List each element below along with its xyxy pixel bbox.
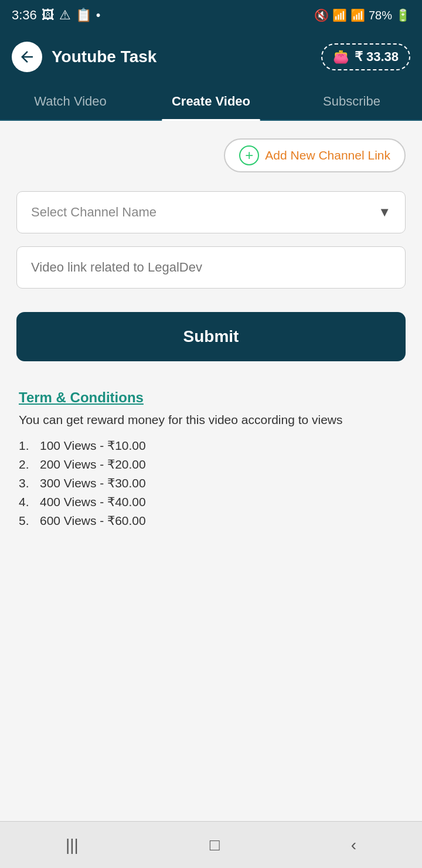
terms-description: You can get reward money for this video … (19, 413, 403, 427)
list-item: 4.400 Views - ₹40.00 (19, 495, 403, 509)
nav-menu-button[interactable]: ||| (48, 830, 96, 860)
list-item: 1.100 Views - ₹10.00 (19, 439, 403, 453)
terms-title: Term & Conditions (19, 389, 403, 406)
status-left: 3:36 🖼 ⚠ 📋 • (12, 8, 101, 23)
bottom-nav: ||| □ ‹ (0, 821, 422, 868)
submit-button[interactable]: Submit (16, 312, 406, 361)
list-item: 5.600 Views - ₹60.00 (19, 514, 403, 528)
battery-text: 78% (369, 9, 392, 22)
wallet-badge[interactable]: 👛 ₹ 33.38 (321, 43, 410, 70)
wallet-amount: ₹ 33.38 (355, 49, 399, 65)
tab-watch-video[interactable]: Watch Video (0, 83, 141, 120)
tab-create-video[interactable]: Create Video (141, 83, 281, 120)
tab-subscribe[interactable]: Subscribe (281, 83, 422, 120)
mute-icon: 🔇 (314, 8, 329, 22)
tab-bar: Watch Video Create Video Subscribe (0, 83, 422, 121)
status-bar: 3:36 🖼 ⚠ 📋 • 🔇 📶 📶 78% 🔋 (0, 0, 422, 30)
back-button[interactable] (12, 42, 42, 72)
add-channel-button[interactable]: + Add New Channel Link (224, 138, 406, 172)
list-item: 2.200 Views - ₹20.00 (19, 457, 403, 472)
video-link-input[interactable] (16, 246, 406, 289)
status-right: 🔇 📶 📶 78% 🔋 (314, 8, 410, 22)
wallet-icon: 👛 (333, 49, 349, 65)
list-item: 3.300 Views - ₹30.00 (19, 476, 403, 490)
channel-name-select[interactable]: Select Channel Name ▼ (16, 191, 406, 233)
header: Youtube Task 👛 ₹ 33.38 (0, 30, 422, 83)
page-title: Youtube Task (52, 48, 156, 66)
add-channel-row: + Add New Channel Link (16, 138, 406, 172)
image-icon: 🖼 (42, 8, 55, 23)
plus-circle-icon: + (239, 145, 259, 165)
chevron-down-icon: ▼ (378, 205, 391, 220)
main-content: + Add New Channel Link Select Channel Na… (0, 121, 422, 821)
battery-icon: 🔋 (396, 8, 410, 22)
list-icon: 📋 (76, 8, 91, 23)
add-channel-label: Add New Channel Link (265, 148, 390, 162)
select-placeholder: Select Channel Name (31, 205, 156, 220)
dot-icon: • (96, 8, 101, 23)
alert-icon: ⚠ (59, 8, 71, 23)
header-left: Youtube Task (12, 42, 156, 72)
terms-section: Term & Conditions You can get reward mon… (16, 389, 406, 528)
nav-home-button[interactable]: □ (192, 830, 237, 860)
wifi-icon: 📶 (332, 8, 347, 22)
status-time: 3:36 (12, 8, 37, 23)
nav-back-button[interactable]: ‹ (333, 830, 374, 860)
signal-icon: 📶 (350, 8, 365, 22)
terms-list: 1.100 Views - ₹10.00 2.200 Views - ₹20.0… (19, 439, 403, 528)
